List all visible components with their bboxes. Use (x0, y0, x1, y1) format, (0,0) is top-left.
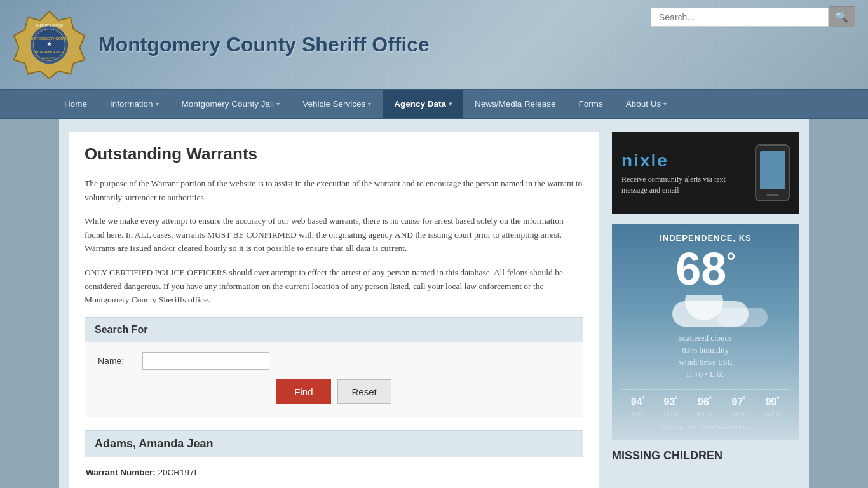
sheriff-badge-icon: MONTGOMERY COUNTY ★ INDEPENDENCE KANSAS … (13, 8, 86, 81)
sidebar: nixle Receive community alerts via text … (612, 132, 799, 488)
nav-link-news[interactable]: News/Media Release (463, 90, 567, 118)
nav-link-information[interactable]: Information ▾ (98, 90, 170, 118)
site-header: MONTGOMERY COUNTY ★ INDEPENDENCE KANSAS … (0, 0, 868, 89)
reset-button[interactable]: Reset (337, 379, 391, 404)
content-area: Outstanding Warrants The purpose of the … (69, 132, 599, 488)
nav-item-information[interactable]: Information ▾ (98, 90, 170, 118)
nav-item-agency-data[interactable]: Agency Data ▾ (383, 90, 463, 118)
nav-link-jail[interactable]: Montgomery County Jail ▾ (170, 90, 292, 118)
nixle-logo: nixle (621, 151, 749, 171)
search-for-label: Search For (85, 317, 583, 342)
weather-location: INDEPENDENCE, KS (621, 233, 790, 243)
logo-container: MONTGOMERY COUNTY ★ INDEPENDENCE KANSAS … (13, 8, 430, 81)
warrant-number-label: Warrant Number: (86, 468, 156, 477)
nav-link-agency-data[interactable]: Agency Data ▾ (383, 90, 463, 118)
missing-children-title: MISSING CHILDREN (612, 449, 799, 463)
svg-text:SHERIFF'S OFFICE: SHERIFF'S OFFICE (36, 24, 63, 27)
weather-humidity: 83% humidity (621, 345, 790, 355)
weather-forecast: 94° SAT 93° SUN 96° MON 97° TUE 99° WE (621, 389, 790, 417)
forecast-sun: 93° SUN (663, 396, 677, 417)
dropdown-arrow-icon: ▾ (156, 100, 159, 107)
warrant-person-name: Adams, Amanda Jean (85, 430, 583, 458)
forecast-wed: 99° WED (764, 396, 780, 417)
weather-highlow: H 70 • L 65 (621, 369, 790, 379)
nav-item-home[interactable]: Home (53, 90, 98, 118)
name-search-input[interactable] (142, 352, 269, 370)
forecast-mon: 96° MON (696, 396, 713, 417)
nav-link-home[interactable]: Home (53, 90, 98, 118)
weather-temperature: 68° (621, 246, 790, 292)
warrant-number-row: Warrant Number: 20CR197I (86, 466, 582, 479)
phone-screen (760, 151, 785, 189)
find-button[interactable]: Find (276, 379, 330, 404)
nixle-text: nixle Receive community alerts via text … (621, 151, 749, 196)
paragraph-3: ONLY CERTIFIED POLICE OFFICERS should ev… (85, 266, 583, 307)
weather-cloud-visual (621, 295, 790, 333)
name-field-row: Name: (98, 352, 570, 370)
weather-wind: wind: 9m/s ESE (621, 357, 790, 367)
nav-link-vehicle[interactable]: Vehicle Services ▾ (291, 90, 383, 118)
nav-item-news[interactable]: News/Media Release (463, 90, 567, 118)
nav-item-jail[interactable]: Montgomery County Jail ▾ (170, 90, 292, 118)
weather-condition: scattered clouds (621, 333, 790, 343)
nav-item-vehicle[interactable]: Vehicle Services ▾ (291, 90, 383, 118)
nav-link-forms[interactable]: Forms (567, 90, 614, 118)
main-nav: Home Information ▾ Montgomery County Jai… (0, 89, 868, 119)
nav-item-about[interactable]: About Us ▾ (614, 90, 679, 118)
dropdown-arrow-icon: ▾ (449, 100, 452, 107)
paragraph-2: While we make every attempt to ensure th… (85, 214, 583, 255)
dropdown-arrow-icon: ▾ (276, 100, 280, 107)
name-label: Name: (98, 356, 136, 366)
svg-text:INDEPENDENCE: INDEPENDENCE (35, 50, 64, 53)
search-button[interactable]: 🔍 (829, 6, 855, 27)
paragraph-1: The purpose of the Warrant portion of th… (85, 177, 583, 204)
site-title: Montgomery County Sheriff Office (98, 33, 430, 57)
forecast-tue: 97° TUE (732, 396, 746, 417)
dropdown-arrow-icon: ▾ (368, 100, 371, 107)
form-buttons: Find Reset (98, 379, 570, 404)
main-container: Outstanding Warrants The purpose of the … (59, 119, 809, 488)
nixle-widget[interactable]: nixle Receive community alerts via text … (612, 132, 799, 214)
page-title: Outstanding Warrants (85, 144, 583, 164)
search-form: Name: Find Reset (85, 342, 583, 417)
dropdown-arrow-icon: ▾ (663, 100, 667, 107)
nixle-description: Receive community alerts via text messag… (621, 174, 749, 196)
nav-item-forms[interactable]: Forms (567, 90, 614, 118)
header-search[interactable]: 🔍 (651, 6, 855, 27)
nav-link-about[interactable]: About Us ▾ (614, 90, 679, 118)
cloud-icon-2 (717, 308, 768, 327)
svg-text:★: ★ (47, 41, 52, 47)
weather-widget: INDEPENDENCE, KS 68° scattered clouds 83… (612, 224, 799, 440)
svg-text:MONTGOMERY COUNTY: MONTGOMERY COUNTY (27, 36, 71, 40)
weather-credit: Weather from OpenWeatherMap (621, 423, 790, 430)
search-input[interactable] (651, 8, 829, 27)
forecast-sat: 94° SAT (631, 396, 645, 417)
nixle-phone-icon (755, 144, 790, 201)
warrant-number-value: 20CR197I (158, 468, 197, 477)
svg-text:KANSAS: KANSAS (43, 56, 55, 59)
